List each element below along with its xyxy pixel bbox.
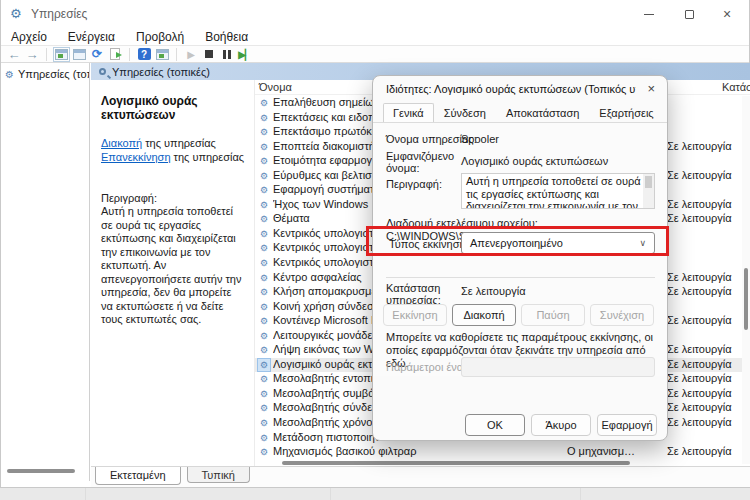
service-status-cell: Σε λειτουργία [667, 343, 750, 355]
service-name-cell: Μηχανισμός βασικού φιλτραρ [273, 445, 561, 457]
dialog-body: Όνομα υπηρεσίας: Spooler Εμφανιζόμενο όν… [373, 122, 667, 376]
back-icon[interactable]: ← [5, 47, 23, 62]
service-gear-icon: ⚙ [258, 432, 270, 444]
service-gear-icon: ⚙ [258, 330, 270, 342]
export-list-icon[interactable] [106, 47, 124, 62]
restart-service-line: Επανεκκίνηση της υπηρεσίας [101, 150, 246, 164]
pause-button[interactable]: Παύση [521, 304, 585, 326]
description-textarea[interactable]: Αυτή η υπηρεσία τοποθετεί σε ουρά τις ερ… [461, 173, 655, 209]
list-vscrollbar[interactable] [742, 96, 750, 464]
dialog-tabs: Γενικά Σύνδεση Αποκατάσταση Εξαρτήσεις [383, 103, 664, 123]
service-gear-icon: ⚙ [258, 286, 270, 298]
stop-service-line: Διακοπή της υπηρεσίας [101, 136, 246, 150]
dialog-separator [386, 277, 655, 278]
close-button[interactable]: × [707, 0, 747, 28]
start-button[interactable]: Εκκίνηση [383, 304, 447, 326]
properties-icon[interactable] [70, 47, 88, 62]
stop-service-link[interactable]: Διακοπή [101, 137, 142, 149]
action-pane-icon[interactable] [153, 47, 171, 62]
service-gear-icon: ⚙ [258, 184, 270, 196]
service-gear-icon: ⚙ [258, 213, 270, 225]
service-status-cell: Σε λειτουργία [667, 372, 750, 384]
tree-hscrollbar-thumb[interactable] [7, 469, 75, 473]
column-header-name[interactable]: Όνομα [259, 81, 292, 93]
strip-divider [580, 488, 581, 500]
selected-service-title: Λογισμικό ουράς εκτυπώσεων [101, 94, 246, 122]
service-gear-icon: ⚙ [258, 315, 270, 327]
dialog-close-icon[interactable]: × [647, 81, 655, 96]
tab-dependencies[interactable]: Εξαρτήσεις [589, 103, 663, 123]
service-gear-icon: ⚙ [258, 199, 270, 211]
start-parameters-input[interactable] [461, 357, 655, 377]
cancel-button[interactable]: Άκυρο [531, 414, 591, 436]
dialog-title: Ιδιότητες: Λογισμικό ουράς εκτυπώσεων (Τ… [386, 83, 636, 95]
menu-file[interactable]: Αρχείο [11, 30, 58, 44]
forward-icon[interactable]: → [23, 47, 41, 62]
strip-divider [330, 488, 331, 500]
service-gear-icon: ⚙ [258, 257, 270, 269]
service-status-cell: Σε λειτουργία [667, 285, 750, 297]
list-hscrollbar-thumb[interactable] [282, 461, 630, 465]
menu-help[interactable]: Βοήθεια [205, 30, 259, 44]
service-gear-icon: ⚙ [258, 126, 270, 138]
service-status-cell: Σε λειτουργία [667, 271, 750, 283]
tab-general[interactable]: Γενικά [383, 103, 434, 123]
service-status-cell: Σε λειτουργία [667, 169, 750, 181]
service-gear-icon: ⚙ [258, 344, 270, 356]
menu-action[interactable]: Ενέργεια [68, 30, 126, 44]
path-label: Διαδρομή εκτελέσιμου αρχείου: [386, 217, 538, 229]
tab-logon[interactable]: Σύνδεση [434, 103, 496, 123]
restart-service-link[interactable]: Επανεκκίνηση [101, 151, 171, 163]
help-icon[interactable]: ? [135, 47, 153, 62]
apply-button[interactable]: Εφαρμογή [597, 414, 657, 436]
refresh-icon[interactable]: ⟳ [88, 47, 106, 62]
service-gear-icon: ⚙ [258, 272, 270, 284]
maximize-button[interactable] [669, 0, 709, 28]
tree-item-label: Υπηρεσίες (τοπικέ [18, 68, 89, 80]
service-status-cell: Σε λειτουργία [667, 387, 750, 399]
description-scrollbar[interactable] [643, 174, 654, 208]
chevron-down-icon: ∨ [639, 238, 646, 248]
service-gear-icon: ⚙ [258, 388, 270, 400]
magnifier-icon [99, 68, 106, 75]
service-gear-icon: ⚙ [258, 170, 270, 182]
tab-standard[interactable]: Τυπική [187, 467, 250, 483]
tree-item-services[interactable]: ⚙ Υπηρεσίες (τοπικέ [1, 63, 89, 80]
properties-dialog: Ιδιότητες: Λογισμικό ουράς εκτυπώσεων (Τ… [372, 75, 668, 441]
menu-view[interactable]: Προβολή [136, 30, 195, 44]
service-status-cell: Σε λειτουργία [667, 401, 750, 413]
console-tree-icon[interactable] [52, 47, 70, 62]
startup-type-dropdown[interactable]: Απενεργοποιημένο ∨ [461, 232, 655, 254]
service-status-cell: Σε λειτουργία [667, 212, 750, 224]
display-name-label: Εμφανιζόμενο όνομα: [386, 150, 458, 174]
minimize-button[interactable] [629, 0, 669, 28]
tab-extended[interactable]: Εκτεταμένη [95, 467, 181, 485]
service-status-cell: Σε λειτουργία [667, 314, 750, 326]
service-gear-icon: ⚙ [258, 242, 270, 254]
service-status-cell: Σε λειτουργία [667, 445, 750, 457]
toolbar-separator [176, 48, 177, 61]
menu-bar: Αρχείο Ενέργεια Προβολή Βοήθεια [1, 28, 749, 46]
start-service-icon[interactable]: ▶ [182, 47, 200, 62]
service-gear-icon: ⚙ [258, 228, 270, 240]
service-status-label: Κατάσταση υπηρεσίας: [386, 282, 456, 306]
service-description: Αυτή η υπηρεσία τοποθετεί σε ουρά τις ερ… [101, 205, 246, 327]
service-gear-icon: ⚙ [258, 155, 270, 167]
pause-service-icon[interactable] [218, 47, 236, 62]
service-gear-icon: ⚙ [258, 373, 270, 385]
restart-service-icon[interactable]: ▶▏ [236, 47, 254, 62]
ok-button[interactable]: OK [465, 414, 525, 436]
tab-recovery[interactable]: Αποκατάσταση [496, 103, 589, 123]
column-header-status[interactable]: Κατάσταση [722, 81, 750, 93]
maximize-icon [685, 10, 694, 19]
service-name-value: Spooler [461, 133, 499, 145]
stop-service-icon[interactable] [200, 47, 218, 62]
services-icon: ⚙ [5, 69, 14, 80]
pane-header-label: Υπηρεσίες (τοπικές) [112, 66, 210, 78]
services-app-icon: ⚙ [10, 6, 22, 21]
resume-button[interactable]: Συνέχιση [590, 304, 654, 326]
stop-button[interactable]: Διακοπή [452, 304, 516, 326]
list-vscrollbar-thumb[interactable] [744, 268, 748, 330]
toolbar-separator [46, 48, 47, 61]
service-row[interactable]: ⚙ Μηχανισμός βασικού φιλτραρ Ο μηχανισμ…… [255, 445, 750, 460]
